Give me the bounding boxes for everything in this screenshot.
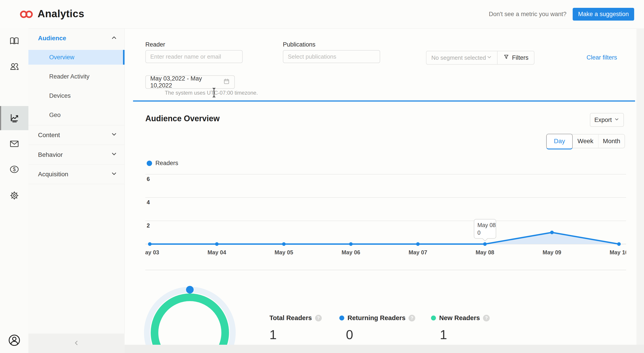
- rail-account-button[interactable]: [0, 330, 28, 350]
- help-icon[interactable]: ?: [408, 315, 415, 321]
- sidebar-section-behavior[interactable]: Behavior: [28, 145, 124, 164]
- section-divider: [145, 270, 626, 270]
- help-icon[interactable]: ?: [483, 315, 490, 321]
- segment-filter-group: No segment selected Filters: [426, 51, 534, 65]
- segment-select[interactable]: No segment selected: [426, 51, 498, 64]
- calendar-icon: [223, 78, 230, 86]
- filters-button[interactable]: Filters: [498, 51, 534, 64]
- rail-audience-button[interactable]: [0, 56, 28, 77]
- series-area: [150, 232, 619, 244]
- data-point: [550, 231, 554, 234]
- sidebar-section-content[interactable]: Content: [28, 125, 124, 145]
- rail-revenue-button[interactable]: $: [0, 159, 28, 180]
- sidebar-item-devices[interactable]: Devices: [28, 86, 124, 105]
- page-title: Analytics: [38, 8, 84, 20]
- y-tick-label: 6: [147, 176, 150, 182]
- publications-field-label: Publications: [283, 41, 316, 48]
- rail-analytics-button[interactable]: [0, 106, 28, 130]
- icon-rail: $: [0, 29, 28, 353]
- x-tick-label: May 03: [145, 249, 159, 255]
- data-point: [215, 242, 219, 246]
- y-tick-label: 4: [147, 199, 150, 205]
- top-header: Analytics Don't see a metric you want? M…: [0, 0, 644, 29]
- bottom-strip: [124, 345, 644, 353]
- tooltip-value: 0: [478, 229, 496, 236]
- chart-tooltip: May 08 0: [474, 219, 496, 239]
- section-title: Audience Overview: [145, 114, 220, 123]
- text-cursor: [212, 87, 216, 99]
- x-tick-label: May 07: [408, 249, 427, 255]
- stat-new-readers: New Readers ? 1: [431, 314, 490, 342]
- clear-filters-link[interactable]: Clear filters: [586, 54, 617, 61]
- data-point: [148, 242, 152, 246]
- data-point: [416, 242, 420, 246]
- suggestion-prompt: Don't see a metric you want?: [489, 11, 566, 18]
- funnel-icon: [503, 54, 510, 62]
- new-dot-icon: [431, 315, 436, 320]
- new-readers-value: 1: [440, 327, 490, 342]
- x-tick-label: May 10: [610, 249, 626, 255]
- tab-week[interactable]: Week: [573, 134, 598, 148]
- stat-total-readers: Total Readers ? 1: [270, 314, 322, 342]
- sidebar-section-audience[interactable]: Audience: [28, 32, 124, 45]
- sidebar-section-acquisition[interactable]: Acquisition: [28, 164, 124, 184]
- main-content: Reader Publications No segment selected …: [124, 29, 644, 353]
- stat-returning-readers: Returning Readers ? 0: [339, 314, 415, 342]
- chart-legend: Readers: [146, 160, 178, 167]
- legend-label: Readers: [156, 160, 178, 167]
- sidebar-item-geo[interactable]: Geo: [28, 105, 124, 125]
- rail-email-button[interactable]: [0, 134, 28, 154]
- sidebar-item-overview[interactable]: Overview: [28, 50, 124, 65]
- x-tick-label: May 05: [274, 249, 293, 255]
- tab-day[interactable]: Day: [546, 134, 573, 149]
- chevron-down-icon: [111, 131, 118, 139]
- scrollbar-gutter[interactable]: [636, 29, 644, 353]
- x-tick-label: May 09: [543, 249, 561, 255]
- publications-input[interactable]: [283, 50, 380, 63]
- rail-publications-button[interactable]: [0, 31, 28, 52]
- brand-logo-icon[interactable]: [19, 9, 34, 20]
- avatar-icon: [8, 334, 21, 347]
- tooltip-date: May 08: [478, 221, 496, 229]
- gear-icon: [9, 190, 20, 201]
- book-icon: [9, 36, 20, 46]
- data-point: [349, 242, 353, 246]
- users-icon: [9, 62, 20, 72]
- readers-line-chart[interactable]: 246May 03May 04May 05May 06May 07May 08M…: [145, 170, 626, 269]
- readers-donut-chart: [134, 277, 246, 353]
- legend-dot-icon: [146, 160, 152, 166]
- data-point: [282, 242, 286, 246]
- sidebar-item-reader-activity[interactable]: Reader Activity: [28, 67, 124, 86]
- filters-divider: [133, 100, 635, 102]
- mail-icon: [9, 139, 20, 149]
- reader-input[interactable]: [145, 50, 242, 63]
- data-point: [483, 242, 487, 246]
- date-range-picker[interactable]: May 03,2022 - May 10,2022: [145, 75, 235, 89]
- sidebar-audience-label: Audience: [38, 35, 66, 42]
- tab-month[interactable]: Month: [598, 134, 624, 148]
- sidebar-collapse-button[interactable]: [28, 333, 124, 353]
- chevron-down-icon: [486, 54, 492, 62]
- total-readers-value: 1: [270, 327, 322, 342]
- rail-settings-button[interactable]: [0, 185, 28, 206]
- returning-readers-value: 0: [346, 327, 415, 342]
- chevron-left-icon: [73, 339, 80, 348]
- dollar-icon: $: [9, 164, 20, 174]
- x-tick-label: May 06: [342, 249, 360, 255]
- readers-chart-svg: 246May 03May 04May 05May 06May 07May 08M…: [145, 170, 626, 269]
- make-suggestion-button[interactable]: Make a suggestion: [573, 8, 634, 21]
- analytics-page: Analytics Don't see a metric you want? M…: [0, 0, 644, 353]
- chevron-up-icon: [111, 35, 118, 42]
- analytics-icon: [10, 113, 20, 124]
- returning-dot-icon: [339, 315, 344, 320]
- timezone-note: The system uses UTC-07:00 timezone.: [145, 90, 277, 96]
- sidebar-nav: Audience Overview Reader Activity Device…: [28, 29, 124, 353]
- data-point: [617, 242, 621, 246]
- x-tick-label: May 08: [476, 249, 494, 255]
- export-button[interactable]: Export: [590, 113, 624, 127]
- chevron-down-icon: [111, 170, 118, 179]
- help-icon[interactable]: ?: [315, 315, 322, 321]
- chevron-down-icon: [111, 151, 118, 159]
- x-tick-label: May 04: [208, 249, 226, 255]
- y-tick-label: 2: [147, 222, 150, 229]
